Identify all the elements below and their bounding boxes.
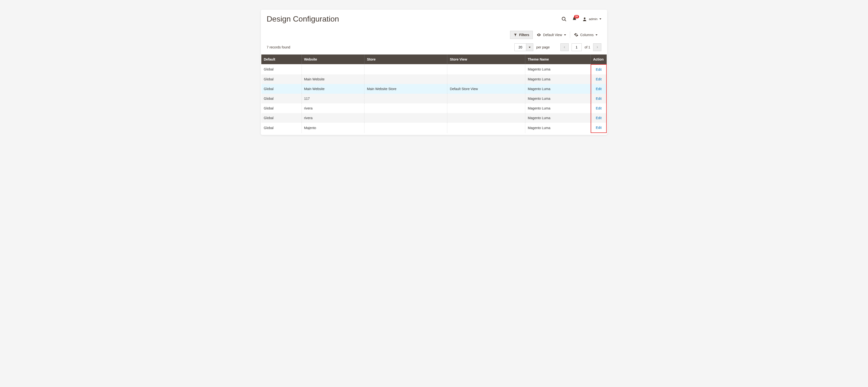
columns-label: Columns — [580, 33, 594, 37]
cell-store_view — [447, 103, 525, 113]
chevron-down-icon — [529, 47, 531, 48]
table-row[interactable]: GlobalMagento LumaEdit — [261, 64, 607, 74]
cell-website: 117 — [302, 94, 364, 103]
edit-link[interactable]: Edit — [592, 97, 605, 100]
chevron-down-icon — [595, 34, 597, 36]
page-title: Design Configuration — [267, 14, 339, 24]
next-page-button[interactable] — [593, 43, 601, 51]
chevron-down-icon — [564, 34, 566, 36]
cell-website: rivera — [302, 113, 364, 123]
records-found-text: 7 records found — [267, 45, 290, 49]
cell-store — [364, 64, 447, 74]
per-page-select — [515, 43, 533, 51]
cell-default: Global — [261, 84, 302, 94]
cell-action: Edit — [590, 103, 607, 113]
per-page-dropdown[interactable] — [526, 43, 533, 51]
cell-website: Main Website — [302, 84, 364, 94]
cell-theme: Magento Luma — [525, 64, 591, 74]
search-icon[interactable] — [561, 17, 567, 22]
notifications-icon[interactable]: 39 — [572, 17, 577, 22]
cell-store: Main Website Store — [364, 84, 447, 94]
eye-icon — [537, 33, 541, 37]
table-row[interactable]: GlobalMain WebsiteMain Website StoreDefa… — [261, 84, 607, 94]
col-header-website[interactable]: Website — [302, 55, 364, 64]
cell-action: Edit — [590, 74, 607, 84]
cell-store — [364, 123, 447, 133]
cell-store — [364, 94, 447, 103]
user-menu[interactable]: admin — [582, 17, 601, 22]
chevron-right-icon — [596, 46, 598, 49]
user-icon — [582, 17, 587, 22]
cell-default: Global — [261, 113, 302, 123]
cell-store_view — [447, 113, 525, 123]
cell-action: Edit — [590, 123, 607, 133]
design-config-table: Default Website Store Store View Theme N… — [261, 55, 607, 133]
cell-store_view — [447, 74, 525, 84]
cell-theme: Magento Luma — [525, 74, 591, 84]
cell-store_view — [447, 94, 525, 103]
chevron-down-icon — [599, 19, 601, 20]
table-row[interactable]: GlobalriveraMagento LumaEdit — [261, 113, 607, 123]
cell-theme: Magento Luma — [525, 123, 591, 133]
table-row[interactable]: GlobalriveraMagento LumaEdit — [261, 103, 607, 113]
notifications-badge: 39 — [574, 15, 579, 19]
per-page-input[interactable] — [515, 43, 526, 51]
prev-page-button[interactable] — [560, 43, 569, 51]
toolbar-row: Filters Default View Columns — [261, 31, 607, 43]
table-row[interactable]: GlobalMajentoMagento LumaEdit — [261, 123, 607, 133]
cell-store_view — [447, 123, 525, 133]
cell-default: Global — [261, 94, 302, 103]
cell-theme: Magento Luma — [525, 103, 591, 113]
header-row: Design Configuration 39 admin — [261, 14, 607, 31]
funnel-icon — [514, 33, 517, 37]
table-row[interactable]: Global117Magento LumaEdit — [261, 94, 607, 103]
edit-link[interactable]: Edit — [592, 106, 605, 110]
edit-link[interactable]: Edit — [592, 77, 605, 81]
chevron-left-icon — [563, 46, 566, 49]
svg-point-0 — [562, 17, 565, 20]
cell-store_view — [447, 64, 525, 74]
page-of-label: of 1 — [585, 45, 590, 49]
edit-link[interactable]: Edit — [592, 87, 605, 91]
cell-action: Edit — [590, 94, 607, 103]
col-header-default[interactable]: Default — [261, 55, 302, 64]
cell-action: Edit — [590, 113, 607, 123]
col-header-action: Action — [590, 55, 607, 64]
design-config-panel: Design Configuration 39 admin Filters De… — [261, 10, 607, 135]
cell-theme: Magento Luma — [525, 113, 591, 123]
col-header-theme[interactable]: Theme Name — [525, 55, 591, 64]
columns-dropdown[interactable]: Columns — [570, 33, 601, 37]
table-body: GlobalMagento LumaEditGlobalMain Website… — [261, 64, 607, 133]
cell-theme: Magento Luma — [525, 94, 591, 103]
cell-website: Majento — [302, 123, 364, 133]
col-header-storeview[interactable]: Store View — [447, 55, 525, 64]
cell-store — [364, 103, 447, 113]
cell-website: rivera — [302, 103, 364, 113]
cell-action: Edit — [590, 64, 607, 74]
username-label: admin — [589, 17, 597, 21]
cell-store — [364, 113, 447, 123]
edit-link[interactable]: Edit — [592, 126, 605, 130]
cell-website: Main Website — [302, 74, 364, 84]
svg-line-1 — [564, 20, 566, 21]
cell-website — [302, 64, 364, 74]
default-view-label: Default View — [543, 33, 562, 37]
gear-icon — [574, 33, 578, 37]
table-header-row: Default Website Store Store View Theme N… — [261, 55, 607, 64]
per-page-label: per page — [536, 45, 550, 49]
filters-button[interactable]: Filters — [510, 31, 533, 39]
header-actions: 39 admin — [561, 17, 601, 22]
cell-default: Global — [261, 123, 302, 133]
col-header-store[interactable]: Store — [364, 55, 447, 64]
default-view-dropdown[interactable]: Default View — [533, 33, 569, 37]
edit-link[interactable]: Edit — [592, 68, 605, 71]
cell-default: Global — [261, 64, 302, 74]
svg-point-2 — [584, 18, 585, 19]
edit-link[interactable]: Edit — [592, 116, 605, 120]
page-input[interactable] — [571, 43, 582, 51]
cell-default: Global — [261, 74, 302, 84]
cell-store_view: Default Store View — [447, 84, 525, 94]
pager-controls: per page of 1 — [515, 43, 601, 51]
table-row[interactable]: GlobalMain WebsiteMagento LumaEdit — [261, 74, 607, 84]
cell-store — [364, 74, 447, 84]
